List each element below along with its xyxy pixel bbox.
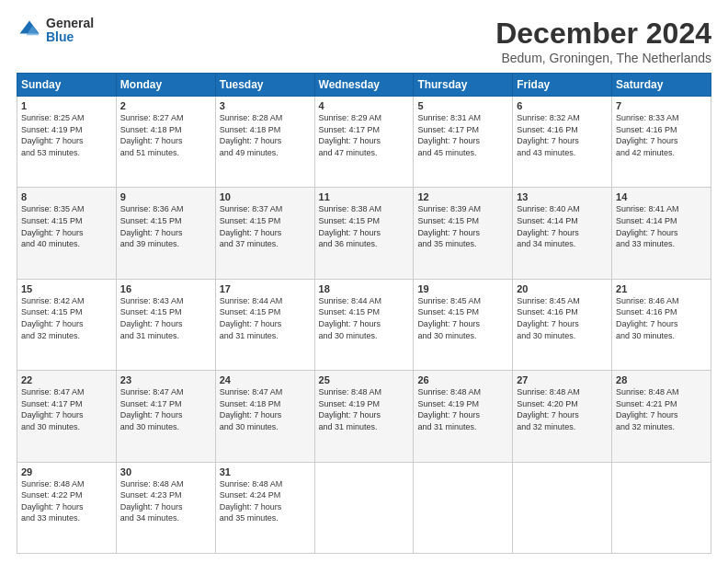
day-info: Sunrise: 8:25 AM Sunset: 4:19 PM Dayligh… [21, 112, 112, 158]
day-number: 8 [21, 191, 112, 202]
table-row: 1Sunrise: 8:25 AM Sunset: 4:19 PM Daylig… [17, 97, 117, 188]
calendar-title: December 2024 [495, 17, 711, 51]
day-info: Sunrise: 8:44 AM Sunset: 4:15 PM Dayligh… [220, 295, 311, 341]
day-info: Sunrise: 8:47 AM Sunset: 4:18 PM Dayligh… [220, 386, 311, 432]
day-number: 23 [120, 374, 211, 385]
table-row: 14Sunrise: 8:41 AM Sunset: 4:14 PM Dayli… [612, 188, 711, 279]
header-friday: Friday [513, 74, 612, 97]
logo: General Blue [17, 17, 94, 45]
day-info: Sunrise: 8:42 AM Sunset: 4:15 PM Dayligh… [21, 295, 112, 341]
table-row [314, 462, 414, 553]
day-info: Sunrise: 8:29 AM Sunset: 4:17 PM Dayligh… [319, 112, 410, 158]
table-row: 22Sunrise: 8:47 AM Sunset: 4:17 PM Dayli… [17, 371, 117, 462]
calendar-week-row: 22Sunrise: 8:47 AM Sunset: 4:17 PM Dayli… [17, 371, 711, 462]
table-row: 9Sunrise: 8:36 AM Sunset: 4:15 PM Daylig… [116, 188, 215, 279]
table-row: 26Sunrise: 8:48 AM Sunset: 4:19 PM Dayli… [414, 371, 513, 462]
table-row [414, 462, 513, 553]
day-info: Sunrise: 8:37 AM Sunset: 4:15 PM Dayligh… [220, 203, 311, 249]
logo-general-text: General [46, 17, 94, 30]
header-tuesday: Tuesday [215, 74, 314, 97]
day-number: 26 [417, 374, 508, 385]
day-number: 21 [616, 283, 707, 294]
table-row: 27Sunrise: 8:48 AM Sunset: 4:20 PM Dayli… [513, 371, 612, 462]
table-row: 12Sunrise: 8:39 AM Sunset: 4:15 PM Dayli… [414, 188, 513, 279]
day-info: Sunrise: 8:45 AM Sunset: 4:16 PM Dayligh… [517, 295, 608, 341]
calendar-table: Sunday Monday Tuesday Wednesday Thursday… [17, 73, 711, 554]
table-row: 31Sunrise: 8:48 AM Sunset: 4:24 PM Dayli… [215, 462, 314, 553]
table-row: 10Sunrise: 8:37 AM Sunset: 4:15 PM Dayli… [215, 188, 314, 279]
table-row: 16Sunrise: 8:43 AM Sunset: 4:15 PM Dayli… [116, 279, 215, 370]
day-number: 17 [220, 283, 311, 294]
day-info: Sunrise: 8:38 AM Sunset: 4:15 PM Dayligh… [319, 203, 410, 249]
day-info: Sunrise: 8:32 AM Sunset: 4:16 PM Dayligh… [517, 112, 608, 158]
day-number: 27 [517, 374, 608, 385]
day-info: Sunrise: 8:46 AM Sunset: 4:16 PM Dayligh… [616, 295, 707, 341]
table-row: 2Sunrise: 8:27 AM Sunset: 4:18 PM Daylig… [116, 97, 215, 188]
day-number: 22 [21, 374, 112, 385]
day-number: 1 [21, 100, 112, 111]
day-number: 20 [517, 283, 608, 294]
day-info: Sunrise: 8:48 AM Sunset: 4:24 PM Dayligh… [220, 478, 311, 524]
day-number: 9 [120, 191, 211, 202]
day-number: 3 [220, 100, 311, 111]
day-number: 29 [21, 466, 112, 477]
table-row: 8Sunrise: 8:35 AM Sunset: 4:15 PM Daylig… [17, 188, 117, 279]
day-info: Sunrise: 8:31 AM Sunset: 4:17 PM Dayligh… [417, 112, 508, 158]
table-row: 25Sunrise: 8:48 AM Sunset: 4:19 PM Dayli… [314, 371, 414, 462]
calendar-header-row: Sunday Monday Tuesday Wednesday Thursday… [17, 74, 711, 97]
calendar-week-row: 1Sunrise: 8:25 AM Sunset: 4:19 PM Daylig… [17, 97, 711, 188]
day-info: Sunrise: 8:36 AM Sunset: 4:15 PM Dayligh… [120, 203, 211, 249]
calendar-location: Bedum, Groningen, The Netherlands [495, 51, 711, 65]
day-number: 11 [319, 191, 410, 202]
day-info: Sunrise: 8:33 AM Sunset: 4:16 PM Dayligh… [616, 112, 707, 158]
header-sunday: Sunday [17, 74, 117, 97]
day-info: Sunrise: 8:39 AM Sunset: 4:15 PM Dayligh… [417, 203, 508, 249]
table-row: 4Sunrise: 8:29 AM Sunset: 4:17 PM Daylig… [314, 97, 414, 188]
day-number: 7 [616, 100, 707, 111]
day-number: 16 [120, 283, 211, 294]
table-row: 30Sunrise: 8:48 AM Sunset: 4:23 PM Dayli… [116, 462, 215, 553]
day-number: 5 [417, 100, 508, 111]
day-info: Sunrise: 8:45 AM Sunset: 4:15 PM Dayligh… [417, 295, 508, 341]
table-row: 17Sunrise: 8:44 AM Sunset: 4:15 PM Dayli… [215, 279, 314, 370]
table-row: 11Sunrise: 8:38 AM Sunset: 4:15 PM Dayli… [314, 188, 414, 279]
table-row: 7Sunrise: 8:33 AM Sunset: 4:16 PM Daylig… [612, 97, 711, 188]
day-info: Sunrise: 8:48 AM Sunset: 4:19 PM Dayligh… [319, 386, 410, 432]
calendar-week-row: 8Sunrise: 8:35 AM Sunset: 4:15 PM Daylig… [17, 188, 711, 279]
day-number: 30 [120, 466, 211, 477]
day-number: 28 [616, 374, 707, 385]
day-number: 6 [517, 100, 608, 111]
table-row: 28Sunrise: 8:48 AM Sunset: 4:21 PM Dayli… [612, 371, 711, 462]
day-info: Sunrise: 8:47 AM Sunset: 4:17 PM Dayligh… [120, 386, 211, 432]
table-row: 5Sunrise: 8:31 AM Sunset: 4:17 PM Daylig… [414, 97, 513, 188]
calendar-week-row: 15Sunrise: 8:42 AM Sunset: 4:15 PM Dayli… [17, 279, 711, 370]
table-row: 23Sunrise: 8:47 AM Sunset: 4:17 PM Dayli… [116, 371, 215, 462]
day-info: Sunrise: 8:35 AM Sunset: 4:15 PM Dayligh… [21, 203, 112, 249]
table-row: 20Sunrise: 8:45 AM Sunset: 4:16 PM Dayli… [513, 279, 612, 370]
day-info: Sunrise: 8:28 AM Sunset: 4:18 PM Dayligh… [220, 112, 311, 158]
table-row: 13Sunrise: 8:40 AM Sunset: 4:14 PM Dayli… [513, 188, 612, 279]
header-wednesday: Wednesday [314, 74, 414, 97]
day-info: Sunrise: 8:44 AM Sunset: 4:15 PM Dayligh… [319, 295, 410, 341]
day-number: 25 [319, 374, 410, 385]
table-row: 18Sunrise: 8:44 AM Sunset: 4:15 PM Dayli… [314, 279, 414, 370]
table-row [513, 462, 612, 553]
table-row: 19Sunrise: 8:45 AM Sunset: 4:15 PM Dayli… [414, 279, 513, 370]
day-info: Sunrise: 8:47 AM Sunset: 4:17 PM Dayligh… [21, 386, 112, 432]
header-monday: Monday [116, 74, 215, 97]
title-block: December 2024 Bedum, Groningen, The Neth… [495, 17, 711, 65]
logo-icon [17, 17, 42, 43]
day-info: Sunrise: 8:48 AM Sunset: 4:22 PM Dayligh… [21, 478, 112, 524]
day-info: Sunrise: 8:48 AM Sunset: 4:20 PM Dayligh… [517, 386, 608, 432]
day-number: 31 [220, 466, 311, 477]
table-row: 3Sunrise: 8:28 AM Sunset: 4:18 PM Daylig… [215, 97, 314, 188]
day-number: 19 [417, 283, 508, 294]
day-number: 24 [220, 374, 311, 385]
day-info: Sunrise: 8:40 AM Sunset: 4:14 PM Dayligh… [517, 203, 608, 249]
day-info: Sunrise: 8:48 AM Sunset: 4:21 PM Dayligh… [616, 386, 707, 432]
page: General Blue December 2024 Bedum, Gronin… [0, 0, 728, 563]
header: General Blue December 2024 Bedum, Gronin… [17, 17, 711, 65]
table-row: 6Sunrise: 8:32 AM Sunset: 4:16 PM Daylig… [513, 97, 612, 188]
day-number: 14 [616, 191, 707, 202]
day-number: 12 [417, 191, 508, 202]
